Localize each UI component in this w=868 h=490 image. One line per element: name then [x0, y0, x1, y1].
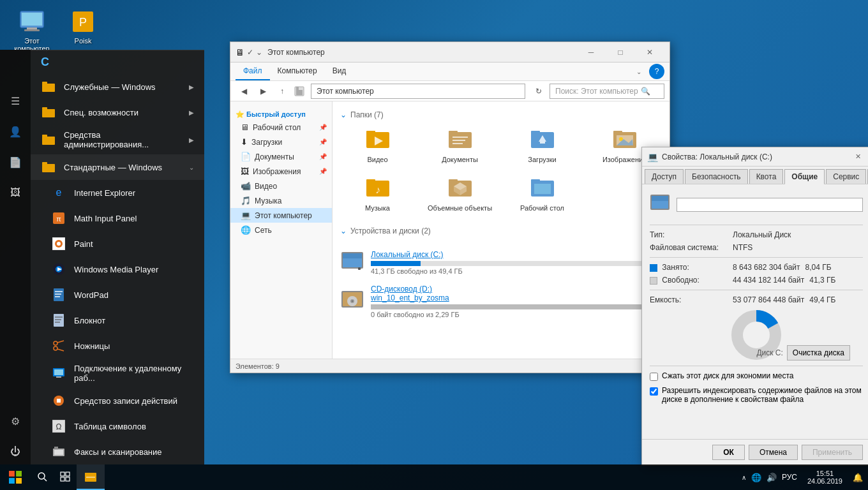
fs-value: NTFS — [733, 243, 752, 252]
props-tab-kvota[interactable]: Квота — [749, 169, 784, 184]
volume-tray-icon: 🔊 — [767, 473, 777, 482]
sidebar-docs-label: Документы — [255, 152, 294, 161]
window-controls: ─ □ ✕ — [576, 42, 664, 63]
sidebar-docs[interactable]: 📄 Документы 📌 — [230, 149, 332, 164]
time-display: 15:51 — [816, 470, 834, 477]
folder-video[interactable]: Видео — [338, 123, 417, 169]
taskbar-search[interactable] — [31, 464, 54, 490]
menu-item-wmp[interactable]: Windows Media Player — [31, 256, 204, 282]
sidebar-downloads[interactable]: ⬇ Загрузки 📌 — [230, 135, 332, 149]
menu-item-fax[interactable]: Факсы и сканирование — [31, 439, 204, 464]
props-close-button[interactable]: ✕ — [850, 149, 865, 165]
props-tab-dostup[interactable]: Доступ — [645, 169, 684, 184]
props-tab-obshie[interactable]: Общие — [784, 169, 825, 184]
start-button[interactable] — [0, 464, 31, 490]
ok-button[interactable]: ОК — [712, 445, 745, 460]
props-tab-bezopasnost[interactable]: Безопасность — [685, 169, 748, 184]
settings-icon[interactable]: ⚙ — [3, 408, 28, 434]
compress-checkbox[interactable] — [650, 373, 658, 381]
cleanup-button[interactable]: Очистка диска — [787, 345, 850, 360]
menu-item-scissors[interactable]: Ножницы — [31, 333, 204, 359]
up-button[interactable]: ↑ — [274, 83, 290, 100]
apply-button[interactable]: Применить — [802, 445, 863, 460]
svg-rect-74 — [531, 179, 540, 182]
quick-access-icon1[interactable]: ✓ — [247, 48, 253, 57]
menu-item-wordpad[interactable]: WordPad — [31, 282, 204, 308]
menu-item-ie[interactable]: e Internet Explorer — [31, 180, 204, 205]
folder-desktop[interactable]: Рабочий стол — [502, 172, 582, 218]
svg-rect-11 — [42, 135, 47, 137]
svg-rect-92 — [16, 471, 22, 477]
notifications-icon[interactable]: 🔔 — [853, 473, 863, 482]
svg-rect-75 — [534, 184, 551, 194]
sidebar-network[interactable]: 🌐 Сеть — [230, 223, 332, 237]
device-d[interactable]: CD-дисковод (D:)win_10_ent_by_zosma 0 ба… — [338, 281, 664, 322]
minimize-button[interactable]: ─ — [576, 42, 606, 63]
ribbon-tab-view[interactable]: Вид — [325, 63, 354, 80]
folder-3d[interactable]: Объемные объекты — [420, 172, 500, 218]
props-tabs: Доступ Безопасность Квота Общие Сервис О… — [642, 167, 868, 184]
sidebar-desktop[interactable]: 🖥 Рабочий стол 📌 — [230, 120, 332, 135]
svg-rect-27 — [55, 316, 63, 318]
ribbon-tab-computer[interactable]: Компьютер — [270, 63, 325, 80]
power-icon[interactable]: ⏻ — [3, 439, 28, 464]
forward-button[interactable]: ▶ — [255, 83, 271, 100]
folder-music[interactable]: ♪ Музыка — [338, 172, 417, 218]
refresh-button[interactable]: ↻ — [530, 83, 547, 100]
folder-docs[interactable]: Документы — [420, 123, 500, 169]
svg-text:π: π — [56, 215, 61, 223]
desktop-icon-poisk[interactable]: P Poisk — [57, 6, 108, 47]
status-text: Элементов: 9 — [236, 362, 280, 370]
folder-downloads[interactable]: Загрузки — [502, 123, 582, 169]
picture-icon[interactable]: 🖼 — [3, 180, 28, 205]
menu-item-recorder[interactable]: Средство записи действий — [31, 388, 204, 413]
lang-indicator[interactable]: РУС — [782, 473, 797, 482]
maximize-button[interactable]: □ — [606, 42, 635, 63]
props-tab-servis[interactable]: Сервис — [826, 169, 866, 184]
menu-item-math[interactable]: π Math Input Panel — [31, 205, 204, 231]
quick-access-icon2[interactable]: ⌄ — [256, 48, 262, 57]
device-c[interactable]: Локальный диск (C:) 41,3 ГБ свободно из … — [338, 244, 664, 281]
svg-line-32 — [57, 341, 64, 343]
menu-item-spec[interactable]: Спец. возможности ▶ — [31, 100, 204, 125]
menu-item-notepad[interactable]: Блокнот — [31, 308, 204, 333]
taskbar-explorer[interactable] — [77, 464, 105, 490]
desktop-icon-this-pc[interactable]: Этот компьютер — [6, 6, 57, 55]
taskbar-task-view[interactable] — [54, 464, 77, 490]
sidebar-images[interactable]: 🖼 Изображения 📌 — [230, 164, 332, 179]
menu-item-sredstva[interactable]: Средства администрирования... ▶ — [31, 125, 204, 154]
hamburger-icon[interactable]: ☰ — [3, 88, 28, 114]
start-menu-content: С Служебные — Windows ▶ Спец. возможност… — [31, 50, 204, 464]
local-disk-icon — [340, 248, 364, 277]
menu-item-paint[interactable]: Paint — [31, 231, 204, 256]
menu-item-rdp[interactable]: Подключение к удаленному раб... — [31, 359, 204, 388]
ribbon-expand-button[interactable]: ⌄ — [631, 64, 647, 79]
paint-icon — [51, 236, 66, 251]
user-icon[interactable]: 👤 — [3, 119, 28, 144]
taskbar: ∧ 🌐 🔊 РУС 15:51 24.06.2019 🔔 — [0, 464, 868, 490]
explorer-main: Папки (7) Видео — [333, 101, 670, 359]
taskbar-clock[interactable]: 15:51 24.06.2019 — [802, 470, 848, 485]
cancel-button[interactable]: Отмена — [749, 445, 798, 460]
recorder-icon — [51, 393, 66, 408]
folder-yellow-icon3 — [41, 132, 56, 147]
sidebar-this-pc[interactable]: 💻 Этот компьютер — [230, 208, 332, 223]
menu-item-sluzhebnie[interactable]: Служебные — Windows ▶ — [31, 74, 204, 100]
svg-rect-42 — [54, 450, 63, 455]
help-button[interactable]: ? — [649, 64, 664, 79]
docs-icon[interactable]: 📄 — [3, 149, 28, 175]
close-button[interactable]: ✕ — [635, 42, 664, 63]
menu-item-standartnye[interactable]: Стандартные — Windows ⌄ — [31, 154, 204, 180]
back-button[interactable]: ◀ — [236, 83, 252, 100]
scissors-icon — [51, 338, 66, 353]
sidebar-music[interactable]: 🎵 Музыка — [230, 193, 332, 208]
index-checkbox[interactable] — [650, 387, 658, 396]
sidebar-video[interactable]: 📹 Видео — [230, 179, 332, 193]
menu-item-charmap[interactable]: Ω Таблица символов — [31, 413, 204, 439]
folder-yellow-icon4 — [41, 160, 56, 175]
drive-name-input[interactable] — [677, 198, 863, 212]
search-box[interactable]: Поиск: Этот компьютер 🔍 — [550, 84, 664, 99]
tray-expand-icon[interactable]: ∧ — [742, 474, 746, 481]
ribbon-tab-file[interactable]: Файл — [236, 63, 270, 80]
address-path[interactable]: Этот компьютер — [311, 84, 525, 99]
